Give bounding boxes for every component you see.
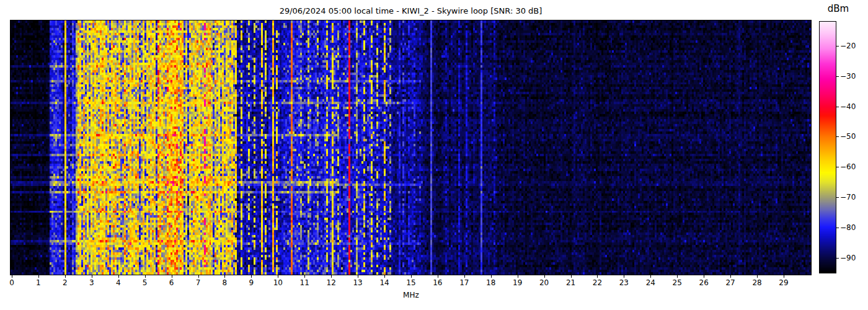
colorbar — [819, 21, 836, 273]
colorbar-tick-label: −20 — [840, 42, 865, 50]
x-tick-mark — [118, 275, 119, 278]
x-tick-label: 10 — [264, 278, 291, 287]
x-tick-mark — [571, 275, 572, 278]
x-tick-label: 12 — [317, 278, 345, 287]
x-tick-mark — [464, 275, 465, 278]
colorbar-tick-label: −90 — [840, 254, 865, 262]
waterfall-plot-area — [10, 20, 812, 275]
x-tick-label: 28 — [743, 278, 771, 287]
colorbar-tick-label: −50 — [840, 133, 865, 140]
x-tick-mark — [358, 275, 358, 278]
colorbar-tick-label: −60 — [840, 163, 865, 170]
colorbar-canvas — [820, 22, 836, 273]
colorbar-tick-mark — [836, 228, 839, 228]
colorbar-tick-mark — [836, 76, 839, 77]
colorbar-tick-mark — [836, 107, 839, 107]
plot-title: 29/06/2024 05:00 local time - KIWI_2 - S… — [11, 5, 811, 17]
colorbar-tick-label: −70 — [840, 193, 865, 201]
x-tick-label: 22 — [583, 278, 611, 287]
x-tick-label: 1 — [25, 278, 52, 287]
x-tick-label: 23 — [610, 278, 637, 287]
x-tick-mark — [172, 275, 172, 278]
x-tick-mark — [438, 275, 438, 278]
x-tick-mark — [251, 275, 252, 278]
x-tick-label: 0 — [0, 278, 25, 287]
x-tick-label: 13 — [344, 278, 371, 287]
x-tick-mark — [278, 275, 278, 278]
x-tick-mark — [784, 275, 784, 278]
x-tick-label: 5 — [131, 278, 159, 287]
colorbar-tick-mark — [836, 136, 839, 137]
x-tick-label: 14 — [371, 278, 398, 287]
x-tick-mark — [704, 275, 704, 278]
x-axis-label: MHz — [392, 291, 430, 299]
x-tick-label: 18 — [477, 278, 505, 287]
x-tick-mark — [224, 275, 225, 278]
x-tick-label: 24 — [637, 278, 664, 287]
x-tick-mark — [544, 275, 545, 278]
x-tick-label: 9 — [237, 278, 265, 287]
x-tick-mark — [38, 275, 39, 278]
x-tick-mark — [331, 275, 332, 278]
x-tick-mark — [12, 275, 12, 278]
x-tick-label: 11 — [291, 278, 318, 287]
x-tick-mark — [145, 275, 146, 278]
x-tick-mark — [198, 275, 199, 278]
x-tick-mark — [411, 275, 412, 278]
x-tick-label: 6 — [158, 278, 185, 287]
x-tick-mark — [384, 275, 385, 278]
x-tick-mark — [597, 275, 598, 278]
x-tick-label: 16 — [424, 278, 451, 287]
x-tick-mark — [92, 275, 92, 278]
x-tick-mark — [677, 275, 678, 278]
x-tick-label: 21 — [557, 278, 585, 287]
colorbar-tick-mark — [836, 167, 839, 167]
colorbar-tick-mark — [836, 197, 839, 198]
x-tick-mark — [730, 275, 731, 278]
x-tick-mark — [65, 275, 66, 278]
x-tick-label: 20 — [531, 278, 558, 287]
x-tick-mark — [304, 275, 305, 278]
x-tick-label: 27 — [717, 278, 744, 287]
x-tick-label: 17 — [451, 278, 478, 287]
spectrogram-figure: { "chart_data": { "type": "heatmap", "ti… — [0, 0, 868, 310]
x-tick-label: 3 — [78, 278, 105, 287]
x-tick-label: 4 — [105, 278, 132, 287]
x-tick-label: 7 — [185, 278, 212, 287]
x-tick-label: 25 — [663, 278, 691, 287]
x-tick-label: 26 — [690, 278, 717, 287]
colorbar-tick-label: −30 — [840, 73, 865, 80]
x-tick-label: 29 — [770, 278, 797, 287]
x-tick-label: 19 — [504, 278, 531, 287]
x-tick-mark — [491, 275, 492, 278]
x-tick-label: 2 — [51, 278, 79, 287]
x-tick-label: 8 — [211, 278, 238, 287]
colorbar-tick-mark — [836, 258, 839, 259]
x-tick-mark — [650, 275, 651, 278]
colorbar-tick-label: −80 — [840, 224, 865, 231]
colorbar-tick-label: −40 — [840, 103, 865, 110]
x-tick-mark — [518, 275, 518, 278]
x-tick-mark — [624, 275, 624, 278]
x-tick-label: 15 — [397, 278, 425, 287]
colorbar-tick-mark — [836, 46, 839, 46]
x-tick-mark — [757, 275, 758, 278]
colorbar-unit-label: dBm — [820, 3, 857, 14]
waterfall-canvas — [11, 20, 811, 275]
